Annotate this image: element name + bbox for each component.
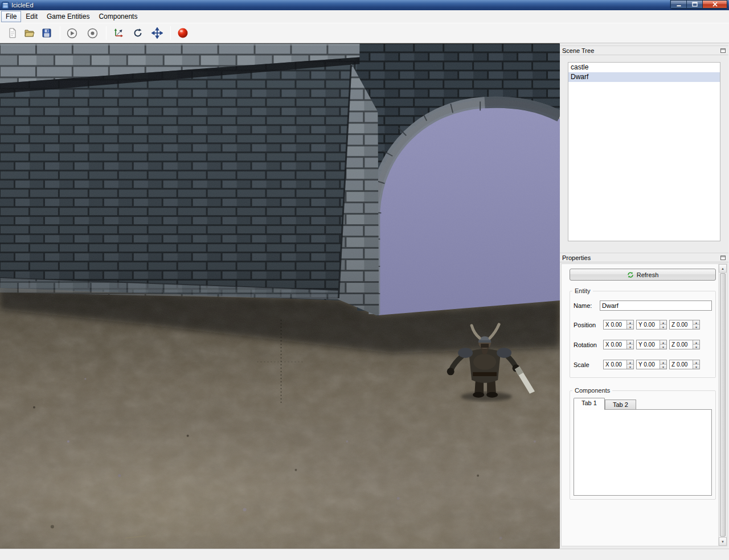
title-bar[interactable]: IcicleEd [0, 0, 729, 10]
scrollbar-thumb[interactable] [720, 273, 726, 537]
rotation-z-spinbox[interactable]: Z 0.00 [669, 340, 700, 349]
menu-components[interactable]: Components [94, 11, 142, 22]
save-icon [41, 27, 52, 39]
position-z-spinbox[interactable]: Z 0.00 [669, 320, 700, 330]
components-tab-content[interactable] [574, 409, 712, 496]
play-icon [66, 27, 78, 39]
status-bar [0, 549, 729, 560]
toolbar-separator [60, 26, 60, 40]
minimize-icon [676, 2, 682, 7]
menu-file[interactable]: File [1, 11, 21, 22]
undock-icon [720, 256, 726, 260]
scene-node-castle[interactable]: castle [568, 63, 720, 72]
transform-row-position: Position X 0.00 Y 0.00 [574, 320, 712, 330]
scene-tree-body: castle Dwarf [560, 55, 728, 248]
new-file-icon [7, 27, 18, 39]
undock-icon [720, 48, 726, 53]
scene-tree-list[interactable]: castle Dwarf [568, 62, 720, 241]
save-button[interactable] [39, 26, 54, 41]
scroll-up-button[interactable]: ▲ [719, 264, 727, 273]
main-area: Scene Tree castle Dwarf Properties [0, 43, 729, 549]
window-title: IcicleEd [11, 2, 34, 9]
scene-tree-panel: Scene Tree castle Dwarf [560, 46, 728, 248]
name-row: Name: [574, 300, 712, 311]
rotate-tool-button[interactable] [130, 26, 145, 41]
menu-bar: File Edit Game Entities Components [0, 10, 729, 23]
scale-label: Scale [574, 360, 603, 369]
record-icon [87, 27, 99, 39]
tab-2[interactable]: Tab 2 [605, 400, 636, 410]
components-tabbar: Tab 1 Tab 2 [574, 398, 712, 410]
scene-tree-title: Scene Tree [562, 47, 594, 54]
maximize-button[interactable] [686, 0, 702, 9]
spinner-buttons[interactable] [693, 360, 699, 369]
right-dock: Scene Tree castle Dwarf Properties [560, 43, 728, 549]
properties-panel: Properties [560, 253, 728, 549]
scale-z-spinbox[interactable]: Z 0.00 [669, 360, 700, 369]
properties-scrollbar[interactable]: ▲ ▼ [718, 264, 727, 546]
translate-tool-button[interactable] [110, 26, 126, 41]
tab-1[interactable]: Tab 1 [574, 398, 605, 410]
spinner-buttons[interactable] [626, 360, 633, 369]
scale-x-spinbox[interactable]: X 0.00 [603, 360, 634, 369]
properties-body: Refresh Entity Name: Position [561, 263, 727, 546]
spinner-buttons[interactable] [626, 320, 633, 329]
position-y-spinbox[interactable]: Y 0.00 [636, 320, 667, 330]
entity-group: Entity Name: Position X 0.00 [570, 291, 716, 378]
spinner-buttons[interactable] [626, 340, 633, 349]
position-x-spinbox[interactable]: X 0.00 [603, 320, 634, 330]
material-sphere-icon [177, 27, 189, 39]
new-file-button[interactable] [5, 26, 20, 41]
refresh-button[interactable]: Refresh [570, 269, 716, 281]
components-group: Components Tab 1 Tab 2 [570, 390, 716, 500]
move-tool-button[interactable] [149, 26, 165, 41]
viewport-panel [0, 43, 560, 549]
properties-form: Refresh Entity Name: Position [562, 264, 718, 546]
scale-y-spinbox[interactable]: Y 0.00 [636, 360, 667, 369]
components-group-label: Components [572, 387, 612, 394]
properties-header[interactable]: Properties [560, 253, 728, 262]
rotation-x-spinbox[interactable]: X 0.00 [603, 340, 634, 349]
name-label: Name: [574, 302, 600, 309]
rotate-tool-icon [132, 27, 144, 39]
close-button[interactable] [702, 0, 727, 9]
window-controls [670, 0, 727, 9]
open-file-button[interactable] [22, 26, 37, 41]
close-icon [712, 2, 718, 7]
undock-button[interactable] [720, 255, 726, 261]
scene-node-dwarf[interactable]: Dwarf [568, 72, 720, 82]
open-folder-icon [24, 27, 35, 39]
material-sphere-button[interactable] [175, 26, 190, 41]
toolbar [0, 23, 729, 43]
spinner-buttons[interactable] [660, 360, 666, 369]
play-button[interactable] [64, 26, 80, 41]
spinner-buttons[interactable] [660, 340, 666, 349]
viewport-3d-scene[interactable] [0, 43, 560, 549]
properties-title: Properties [562, 254, 591, 261]
rotation-y-spinbox[interactable]: Y 0.00 [636, 340, 667, 349]
spinner-buttons[interactable] [693, 340, 699, 349]
minimize-button[interactable] [670, 0, 686, 9]
app-icon [2, 2, 9, 9]
menu-game-entities[interactable]: Game Entities [42, 11, 94, 22]
maximize-icon [692, 2, 698, 7]
toolbar-separator [106, 26, 107, 40]
texture-grain [0, 43, 560, 548]
transform-row-scale: Scale X 0.00 Y 0.00 [574, 360, 712, 369]
spinner-buttons[interactable] [693, 320, 699, 329]
menu-edit[interactable]: Edit [21, 11, 42, 22]
entity-group-label: Entity [572, 287, 593, 294]
translate-tool-icon [113, 27, 124, 39]
rotation-label: Rotation [574, 340, 603, 349]
name-input[interactable] [600, 300, 712, 311]
spinner-buttons[interactable] [660, 320, 666, 329]
scene-tree-header[interactable]: Scene Tree [560, 46, 728, 55]
refresh-icon [627, 271, 634, 278]
scroll-down-button[interactable]: ▼ [719, 537, 727, 546]
toolbar-separator [170, 26, 171, 40]
record-button[interactable] [85, 26, 100, 41]
undock-button[interactable] [720, 48, 726, 53]
transform-row-rotation: Rotation X 0.00 Y 0.00 [574, 340, 712, 349]
move-tool-icon [151, 27, 163, 39]
position-label: Position [574, 320, 603, 330]
